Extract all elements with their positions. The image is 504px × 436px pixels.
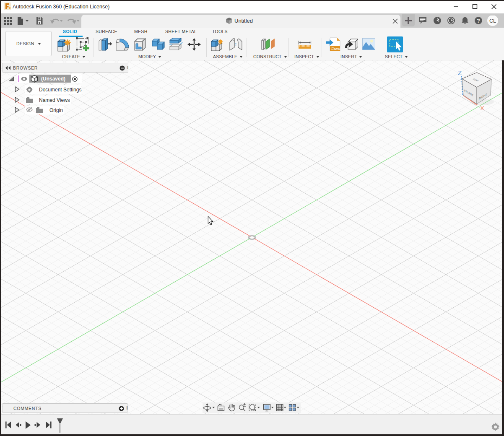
- svg-text:?: ?: [477, 18, 480, 24]
- svg-text:X: X: [480, 104, 484, 112]
- svg-text:Z: Z: [458, 69, 462, 76]
- svg-text:SVG: SVG: [334, 47, 341, 51]
- svg-text:CL: CL: [489, 18, 496, 24]
